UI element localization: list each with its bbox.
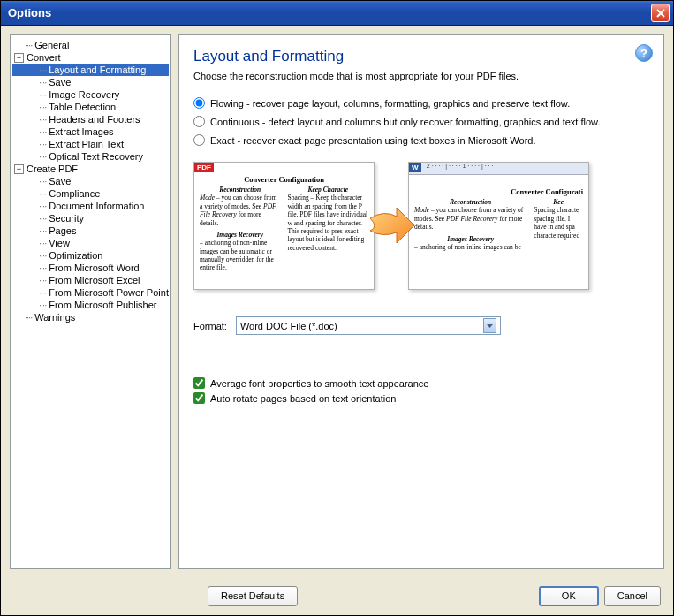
options-dialog: Options ····General −Convert ····Layout … (0, 0, 674, 616)
word-ruler: W 2 · · · · | · · · · 1 · · · · | · · · (409, 163, 588, 175)
radio-continuous-input[interactable] (193, 116, 205, 127)
pdf-badge-icon: PDF (194, 163, 214, 172)
cancel-button[interactable]: Cancel (604, 586, 661, 606)
page-title: Layout and Formatting (193, 48, 649, 65)
tree-item-doc-info[interactable]: ····Document Information (12, 200, 169, 212)
close-button[interactable] (651, 4, 670, 22)
help-button[interactable]: ? (635, 44, 653, 62)
checkbox-auto-rotate-input[interactable] (193, 392, 205, 404)
tree-item-pages[interactable]: ····Pages (12, 224, 169, 237)
tree-item-from-publisher[interactable]: ····From Microsoft Publisher (12, 299, 169, 311)
format-select[interactable]: Word DOC File (*.doc) (236, 316, 501, 335)
close-icon (656, 9, 665, 18)
tree-item-extract-plain-text[interactable]: ····Extract Plain Text (12, 138, 169, 150)
radio-continuous[interactable]: Continuous - detect layout and columns b… (193, 116, 649, 127)
tree-item-from-word[interactable]: ····From Microsoft Word (12, 262, 169, 274)
tree-item-layout-formatting[interactable]: ····Layout and Formatting (12, 64, 169, 76)
word-badge-icon: W (409, 163, 421, 172)
tree-item-extract-images[interactable]: ····Extract Images (12, 125, 169, 138)
tree-item-view[interactable]: ····View (12, 237, 169, 249)
tree-item-general[interactable]: ····General (12, 39, 169, 51)
tree-item-optical-text-recovery[interactable]: ····Optical Text Recovery (12, 150, 169, 163)
collapse-icon[interactable]: − (14, 164, 24, 174)
radio-exact-input[interactable] (193, 134, 205, 146)
radio-exact[interactable]: Exact - recover exact page presentation … (193, 134, 649, 146)
nav-tree[interactable]: ····General −Convert ····Layout and Form… (10, 34, 171, 569)
tree-item-save[interactable]: ····Save (12, 76, 169, 88)
format-value: Word DOC File (*.doc) (240, 321, 337, 331)
collapse-icon[interactable]: − (14, 53, 24, 63)
tree-item-compliance[interactable]: ····Compliance (12, 187, 169, 200)
tree-item-from-ppt[interactable]: ····From Microsoft Power Point (12, 286, 169, 299)
checkbox-avg-font[interactable]: Average font properties to smooth text a… (193, 377, 649, 389)
page-description: Choose the reconstruction mode that is m… (193, 71, 649, 81)
arrow-icon (367, 204, 416, 247)
preview-area: PDF Converter Configuration Reconstructi… (193, 162, 649, 290)
tree-item-create-pdf[interactable]: −Create PDF (12, 163, 169, 175)
radio-flowing[interactable]: Flowing - recover page layout, columns, … (193, 97, 649, 109)
format-label: Format: (193, 321, 227, 331)
preview-pdf: PDF Converter Configuration Reconstructi… (193, 162, 375, 290)
tree-item-table-detection[interactable]: ····Table Detection (12, 101, 169, 113)
ok-button[interactable]: OK (539, 586, 599, 606)
tree-item-warnings[interactable]: ····Warnings (12, 311, 169, 323)
checkbox-avg-font-input[interactable] (193, 377, 205, 389)
tree-item-convert[interactable]: −Convert (12, 51, 169, 64)
reset-defaults-button[interactable]: Reset Defaults (208, 586, 298, 606)
checkbox-auto-rotate[interactable]: Auto rotate pages based on text orientat… (193, 392, 649, 404)
preview-word: W 2 · · · · | · · · · 1 · · · · | · · · … (408, 162, 589, 290)
tree-item-security[interactable]: ····Security (12, 212, 169, 224)
tree-item-headers-footers[interactable]: ····Headers and Footers (12, 113, 169, 125)
content-panel: ? Layout and Formatting Choose the recon… (178, 34, 664, 569)
tree-item-create-save[interactable]: ····Save (12, 175, 169, 187)
format-row: Format: Word DOC File (*.doc) (193, 316, 649, 335)
titlebar: Options (1, 1, 673, 26)
tree-item-image-recovery[interactable]: ····Image Recovery (12, 88, 169, 101)
radio-flowing-input[interactable] (193, 97, 205, 109)
tree-item-from-excel[interactable]: ····From Microsoft Excel (12, 274, 169, 286)
tree-item-optimization[interactable]: ····Optimization (12, 249, 169, 262)
dialog-footer: Reset Defaults OK Cancel (1, 576, 673, 615)
chevron-down-icon (483, 318, 496, 333)
window-title: Options (4, 6, 651, 19)
